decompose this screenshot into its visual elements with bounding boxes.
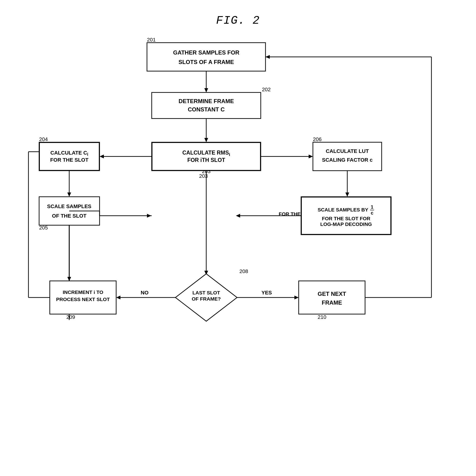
svg-marker-55 bbox=[116, 296, 120, 299]
svg-text:OF FRAME?: OF FRAME? bbox=[192, 296, 221, 302]
svg-text:INCREMENT i TO: INCREMENT i TO bbox=[63, 289, 103, 295]
svg-text:SCALE SAMPLES BY: SCALE SAMPLES BY bbox=[321, 203, 372, 208]
svg-text:201: 201 bbox=[147, 37, 156, 43]
svg-marker-74 bbox=[266, 55, 270, 59]
svg-text:i: i bbox=[84, 151, 85, 155]
svg-rect-12 bbox=[152, 142, 261, 171]
svg-marker-18 bbox=[100, 154, 104, 158]
svg-rect-64 bbox=[299, 281, 365, 314]
svg-rect-33 bbox=[313, 142, 382, 171]
svg-rect-21 bbox=[39, 142, 100, 171]
svg-text:202: 202 bbox=[262, 86, 271, 92]
svg-marker-20 bbox=[309, 154, 313, 158]
svg-text:YES: YES bbox=[261, 290, 272, 296]
svg-text:LOG-MAP DECODING: LOG-MAP DECODING bbox=[320, 220, 372, 226]
svg-text:207: 207 bbox=[353, 228, 362, 234]
svg-text:PROCESS NEXT SLOT: PROCESS NEXT SLOT bbox=[56, 297, 110, 302]
svg-rect-0 bbox=[147, 43, 266, 71]
svg-rect-6 bbox=[152, 92, 261, 119]
svg-marker-58 bbox=[294, 296, 299, 299]
svg-text:204: 204 bbox=[39, 136, 48, 142]
svg-marker-5 bbox=[204, 88, 208, 92]
svg-marker-27 bbox=[67, 192, 71, 197]
svg-text:SCALING FACTOR c: SCALING FACTOR c bbox=[322, 157, 373, 163]
svg-text:205: 205 bbox=[39, 225, 48, 231]
svg-text:OF THE SLOT: OF THE SLOT bbox=[52, 213, 86, 219]
svg-text:1/c: 1/c bbox=[343, 210, 349, 216]
svg-text:SCALE SAMPLES: SCALE SAMPLES bbox=[47, 204, 91, 209]
svg-text:209: 209 bbox=[66, 314, 75, 320]
svg-text:210: 210 bbox=[318, 314, 326, 320]
svg-text:FOR iTH SLOT: FOR iTH SLOT bbox=[187, 160, 226, 166]
svg-text:LAST SLOT: LAST SLOT bbox=[192, 290, 220, 295]
svg-marker-11 bbox=[204, 138, 208, 142]
svg-text:SLOTS OF A FRAME: SLOTS OF A FRAME bbox=[178, 59, 234, 65]
svg-text:206: 206 bbox=[313, 136, 322, 142]
svg-text:CALCULATE RMS: CALCULATE RMS bbox=[182, 148, 231, 154]
svg-text:GATHER SAMPLES FOR: GATHER SAMPLES FOR bbox=[173, 49, 239, 56]
svg-text:208: 208 bbox=[239, 268, 248, 274]
svg-text:NO: NO bbox=[141, 290, 149, 296]
svg-text:CALCULATE C: CALCULATE C bbox=[51, 148, 88, 154]
svg-text:CONSTANT C: CONSTANT C bbox=[188, 106, 225, 113]
svg-text:CALCULATE LUT: CALCULATE LUT bbox=[326, 148, 369, 154]
svg-marker-79 bbox=[147, 214, 151, 218]
svg-marker-77 bbox=[67, 277, 71, 281]
svg-text:FOR THE SLOT: FOR THE SLOT bbox=[50, 158, 88, 164]
svg-text:DETERMINE FRAME: DETERMINE FRAME bbox=[178, 98, 234, 104]
svg-marker-46 bbox=[236, 214, 240, 218]
svg-text:i: i bbox=[239, 150, 240, 155]
svg-marker-38 bbox=[345, 192, 349, 197]
svg-text:GET NEXT: GET NEXT bbox=[318, 291, 346, 297]
svg-text:FRAME: FRAME bbox=[322, 299, 342, 306]
